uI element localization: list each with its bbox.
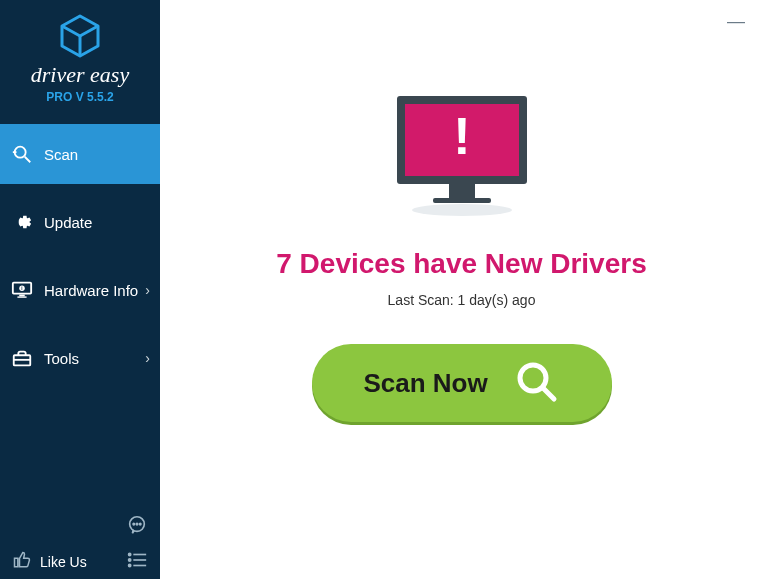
monitor-info-icon: i	[10, 280, 34, 300]
toolbox-icon	[10, 348, 34, 368]
sidebar-item-label: Tools	[44, 350, 79, 367]
svg-text:i: i	[21, 286, 22, 291]
status-headline: 7 Devices have New Drivers	[276, 248, 646, 280]
version-label: PRO V 5.5.2	[0, 90, 160, 104]
gear-icon	[10, 212, 34, 232]
svg-line-29	[543, 388, 554, 399]
sidebar-item-tools[interactable]: Tools ›	[0, 328, 160, 388]
svg-point-15	[139, 523, 140, 524]
sidebar-item-label: Hardware Info	[44, 282, 138, 299]
last-scan-text: Last Scan: 1 day(s) ago	[388, 292, 536, 308]
svg-point-18	[129, 559, 131, 561]
sidebar-item-label: Update	[44, 214, 92, 231]
sidebar-item-label: Scan	[44, 146, 78, 163]
sidebar: driver easy PRO V 5.5.2 Scan Update	[0, 0, 160, 579]
nav-list: Scan Update i Hardware Info ›	[0, 124, 160, 388]
svg-point-20	[129, 564, 131, 566]
svg-point-16	[129, 553, 131, 555]
thumbs-up-icon[interactable]	[12, 550, 32, 573]
sidebar-bottom: Like Us	[0, 504, 160, 579]
svg-rect-25	[449, 184, 475, 198]
chevron-right-icon: ›	[145, 350, 150, 366]
main-panel: — ! 7 Devices have New Drivers Last Scan…	[160, 0, 763, 579]
svg-rect-6	[19, 295, 25, 297]
svg-rect-26	[433, 198, 491, 203]
svg-text:!: !	[453, 107, 470, 165]
minimize-button[interactable]: —	[723, 8, 749, 34]
alert-monitor-icon: !	[387, 90, 537, 224]
brand-name: driver easy	[0, 62, 160, 88]
list-menu-icon[interactable]	[126, 551, 148, 572]
svg-line-3	[25, 157, 31, 163]
chat-icon[interactable]	[126, 514, 148, 540]
search-icon	[514, 359, 560, 408]
svg-point-14	[136, 523, 137, 524]
sidebar-item-hardware-info[interactable]: i Hardware Info ›	[0, 260, 160, 320]
cube-logo-icon	[56, 12, 104, 60]
sidebar-item-scan[interactable]: Scan	[0, 124, 160, 184]
logo-block: driver easy PRO V 5.5.2	[0, 0, 160, 112]
svg-point-13	[133, 523, 134, 524]
scan-icon	[10, 143, 34, 165]
svg-point-27	[412, 204, 512, 216]
svg-rect-7	[17, 296, 26, 297]
chevron-right-icon: ›	[145, 282, 150, 298]
scan-button-label: Scan Now	[363, 368, 487, 399]
like-us-label: Like Us	[40, 554, 87, 570]
scan-now-button[interactable]: Scan Now	[312, 344, 612, 422]
sidebar-item-update[interactable]: Update	[0, 192, 160, 252]
